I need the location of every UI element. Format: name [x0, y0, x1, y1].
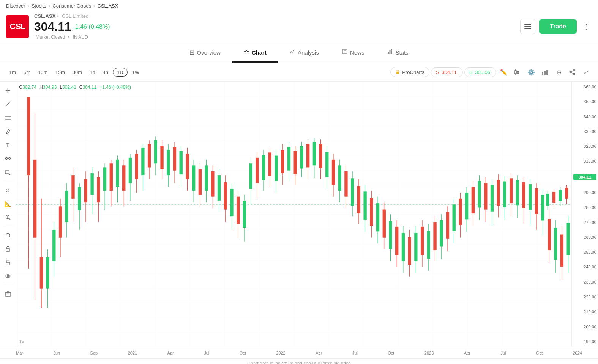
text-tool[interactable]: T	[2, 139, 14, 151]
tab-stats[interactable]: Stats	[376, 43, 420, 63]
timeframe-30m[interactable]: 30m	[69, 68, 85, 77]
timeframe-1m[interactable]: 1m	[6, 68, 19, 77]
svg-line-26	[571, 71, 573, 72]
timeframe-10m[interactable]: 10m	[35, 68, 50, 77]
svg-rect-101	[173, 147, 176, 171]
svg-rect-143	[306, 144, 309, 168]
ohlc-open: O302.74	[19, 85, 36, 90]
svg-rect-223	[560, 235, 563, 267]
share-button[interactable]	[566, 66, 578, 78]
svg-rect-121	[237, 197, 240, 224]
measure-tool[interactable]	[2, 153, 14, 164]
svg-rect-35	[5, 171, 9, 174]
timeframe-1w[interactable]: 1W	[129, 68, 143, 77]
svg-rect-52	[16, 82, 571, 347]
svg-rect-73	[84, 179, 87, 202]
timeframe-1h[interactable]: 1h	[87, 68, 98, 77]
svg-rect-117	[224, 182, 227, 210]
magnify-tool[interactable]	[2, 212, 14, 223]
zoom-tool[interactable]	[2, 166, 14, 178]
crosshair-tool[interactable]: ✛	[2, 85, 14, 96]
chart-canvas[interactable]: O302.74 H304.93 L302.41 C304.11 +1.46 (+…	[16, 82, 571, 347]
svg-rect-57	[33, 160, 36, 238]
svg-rect-21	[544, 71, 546, 75]
eye-tool[interactable]	[2, 270, 14, 282]
svg-rect-65	[59, 206, 62, 237]
svg-rect-75	[90, 173, 93, 195]
svg-rect-193	[465, 193, 468, 219]
stats-icon	[387, 49, 393, 56]
svg-rect-2	[524, 28, 531, 29]
x-axis: Mar Jun Sep 2021 Apr Jul Oct 2022 Apr Ju…	[0, 347, 598, 358]
crown-icon: ♛	[395, 69, 400, 75]
svg-rect-201	[491, 185, 494, 212]
fullscreen-button[interactable]: ⤢	[580, 66, 592, 78]
svg-rect-179	[421, 227, 424, 255]
svg-rect-195	[472, 187, 475, 213]
lock-tool[interactable]	[2, 257, 14, 268]
svg-rect-187	[446, 212, 449, 239]
x-labels: Mar Jun Sep 2021 Apr Jul Oct 2022 Apr Ju…	[16, 351, 582, 355]
menu-icon-button[interactable]	[520, 19, 535, 34]
svg-rect-191	[459, 199, 462, 225]
chart-area: ✛ T ☺ 📐	[0, 82, 598, 347]
svg-rect-61	[46, 257, 49, 288]
add-button[interactable]: ⊕	[552, 66, 565, 78]
timeframe-5m[interactable]: 5m	[21, 68, 33, 77]
draw-tool[interactable]	[2, 126, 14, 137]
more-options-button[interactable]: ⋮	[581, 21, 592, 32]
tab-chart[interactable]: Chart	[232, 43, 278, 63]
tab-overview[interactable]: ⊞ Overview	[178, 44, 232, 63]
horizontal-lines-tool[interactable]	[2, 112, 14, 123]
svg-point-24	[570, 71, 571, 73]
settings-gear[interactable]: ⚙️	[525, 66, 537, 78]
footer-note: Chart data is indicative and shows eToro…	[0, 358, 598, 364]
procharts-button[interactable]: ♛ ProCharts	[390, 67, 429, 77]
svg-rect-12	[390, 50, 391, 54]
svg-rect-175	[408, 237, 411, 265]
svg-point-23	[573, 69, 575, 71]
indicator-bar[interactable]	[539, 66, 551, 78]
svg-line-38	[9, 218, 10, 220]
trade-button[interactable]: Trade	[539, 19, 577, 34]
svg-rect-197	[478, 181, 481, 208]
svg-rect-109	[199, 169, 202, 195]
breadcrumb-discover[interactable]: Discover	[6, 3, 25, 9]
svg-rect-219	[548, 219, 551, 250]
current-price-label: 304.11	[573, 174, 596, 180]
tab-news[interactable]: News	[330, 43, 376, 63]
svg-rect-209	[516, 180, 519, 205]
breadcrumb-consumer-goods[interactable]: Consumer Goods	[52, 3, 91, 9]
pencil-tool[interactable]: ✏️	[498, 66, 510, 78]
svg-rect-189	[453, 204, 456, 231]
svg-rect-153	[338, 165, 341, 191]
ruler-tool[interactable]: 📐	[2, 198, 14, 209]
magnet-tool[interactable]	[2, 229, 14, 241]
svg-rect-99	[167, 150, 170, 175]
emoji-tool[interactable]: ☺	[2, 184, 14, 196]
svg-rect-159	[357, 186, 360, 213]
candle-settings[interactable]	[511, 66, 524, 78]
breadcrumb: Discover › Stocks › Consumer Goods › CSL…	[0, 0, 598, 12]
timeframe-1d[interactable]: 1D	[113, 68, 128, 77]
svg-rect-44	[6, 262, 10, 265]
line-tool[interactable]	[2, 98, 14, 110]
svg-rect-107	[192, 165, 195, 191]
breadcrumb-current: CSL.ASX	[98, 3, 118, 9]
breadcrumb-stocks[interactable]: Stocks	[32, 3, 46, 9]
timeframe-4h[interactable]: 4h	[99, 68, 111, 77]
svg-rect-157	[351, 178, 354, 206]
svg-rect-113	[211, 171, 214, 197]
svg-rect-97	[160, 146, 163, 169]
timeframe-15m[interactable]: 15m	[52, 68, 68, 77]
svg-rect-225	[566, 223, 570, 255]
market-status: Market Closed•IN AUD	[34, 35, 110, 40]
svg-rect-233	[565, 188, 568, 199]
trash-tool[interactable]	[2, 288, 14, 300]
lock-open-tool[interactable]	[2, 243, 14, 254]
tab-analysis[interactable]: Analysis	[278, 43, 330, 63]
svg-rect-69	[71, 175, 74, 199]
ohlc-close: C304.11	[79, 85, 96, 90]
svg-rect-11	[388, 52, 389, 54]
svg-rect-14	[515, 71, 516, 74]
